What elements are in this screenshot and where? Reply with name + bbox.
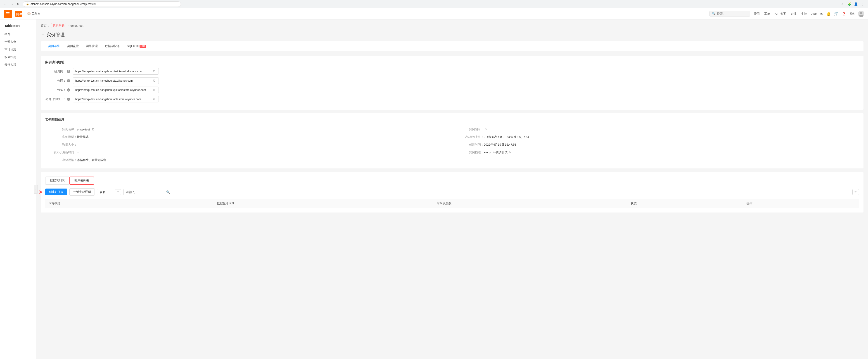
url-text: otsnext.console.aliyun.com/cn-hangzhou/e… xyxy=(31,2,96,6)
user-avatar[interactable] xyxy=(858,11,864,17)
public-network-help-icon[interactable]: ? xyxy=(67,79,70,82)
public-network-url: https://emqx-test.cn-hangzhou.ots.aliyun… xyxy=(75,79,152,82)
create-time-label: 创建时间： xyxy=(452,143,484,147)
app-layout: Tablestore 概览 全部实例 审计日志 权威指南 最佳实践 ‹ 首页 /… xyxy=(0,20,868,359)
nav-link-icp[interactable]: ICP 备案 xyxy=(775,12,786,16)
bell-icon[interactable]: 🔔 xyxy=(827,11,831,16)
breadcrumb-sep-2: / xyxy=(68,24,69,27)
breadcrumb-current-instance: emqx-test xyxy=(70,24,83,27)
filter-select[interactable]: 表名 xyxy=(97,189,115,195)
timeseries-table: 时序表名 数据生命周期 时间线总数 状态 操作 xyxy=(45,199,859,208)
instance-desc-row: 实例描述： emqx ots联调测试 ✎ xyxy=(452,149,859,156)
vpc-url-box: https://emqx-test.cn-hangzhou.vpc.tables… xyxy=(73,87,159,93)
cart-icon[interactable]: 🛒 xyxy=(834,11,839,16)
public-dual-url-box: https://emqx-test.cn-hangzhou.tablestore… xyxy=(73,96,159,102)
extension-icon[interactable]: 🧩 xyxy=(846,1,852,7)
table-size-update-value: -- xyxy=(77,151,79,154)
menu-icon[interactable]: ⋮ xyxy=(860,1,865,7)
instance-model-row: 实例模型： 按量模式 xyxy=(45,133,452,141)
create-timeseries-button[interactable]: 创建时序表 xyxy=(45,189,67,195)
aliyun-logo: 阿里云 xyxy=(16,11,22,17)
profile-icon[interactable]: 👤 xyxy=(853,1,859,7)
storage-spec-row: 存储规格： 存储弹性、容量无限制 xyxy=(45,156,452,164)
nav-link-ticket[interactable]: 工单 xyxy=(764,12,770,16)
table-header-row: 时序表名 数据生命周期 时间线总数 状态 操作 xyxy=(45,199,859,208)
sidebar-collapse-handle[interactable]: ‹ xyxy=(34,185,38,194)
instance-name-copy-button[interactable]: ⧉ xyxy=(91,128,95,131)
basic-info-card: 实例基础信息 实例名称： emqx-test ⧉ 实例模型： 按量模式 xyxy=(41,113,864,168)
workbench-label: 工作台 xyxy=(32,12,40,16)
sub-tab-timeseries-table[interactable]: 时序表列表 xyxy=(69,176,94,185)
breadcrumb-instance-list[interactable]: 实例列表 xyxy=(51,23,66,28)
vpc-help-icon[interactable]: ? xyxy=(67,88,70,92)
page-title: 实例管理 xyxy=(46,32,65,38)
public-dual-copy-button[interactable]: ⧉ xyxy=(152,97,156,101)
instance-alias-edit-icon[interactable]: ✎ xyxy=(485,128,488,131)
table-search-button[interactable]: 🔍 xyxy=(164,189,172,195)
bookmark-icon[interactable]: ☆ xyxy=(839,1,845,7)
create-time-value: 2022年4月19日 16:47:58 xyxy=(484,143,516,147)
classic-network-label: 经典网： ? xyxy=(45,69,70,73)
workbench-button[interactable]: 🏠 工作台 xyxy=(25,11,42,17)
table-search-input[interactable] xyxy=(124,189,164,195)
sidebar-item-guide[interactable]: 权威指南 xyxy=(0,53,36,61)
address-bar[interactable]: 🔒 otsnext.console.aliyun.com/cn-hangzhou… xyxy=(23,1,181,7)
instance-name-row: 实例名称： emqx-test ⧉ xyxy=(45,126,452,133)
access-address-card: 实例访问地址 经典网： ? https://emqx-test.cn-hangz… xyxy=(41,56,864,110)
sidebar-item-all-instances[interactable]: 全部实例 xyxy=(0,38,36,46)
forward-button[interactable]: → xyxy=(9,1,14,7)
filter-select-wrapper: 表名 ▼ xyxy=(97,189,121,195)
main-tabs: 实例详情 实例监控 网络管理 数据湖投递 SQL查询 HOT xyxy=(41,41,864,51)
nav-link-app[interactable]: App xyxy=(811,12,817,15)
sub-tab-data-table[interactable]: 数据表列表 xyxy=(45,176,69,185)
sub-tabs: 数据表列表 时序表列表 xyxy=(45,176,859,185)
back-arrow-button[interactable]: ← xyxy=(41,32,45,37)
hamburger-line-2 xyxy=(6,13,9,14)
table-size-update-label: 表大小更新时间： xyxy=(45,150,77,154)
language-button[interactable]: 简体 xyxy=(849,12,855,15)
sidebar-item-audit-log[interactable]: 审计日志 xyxy=(0,46,36,53)
col-table-name: 时序表名 xyxy=(45,199,213,208)
table-list-card: 数据表列表 时序表列表 ➤ 创建时序表 一键生成样例 表名 ▼ 🔍 ⟳ xyxy=(41,172,864,213)
public-dual-label: 公网（双线）： ? xyxy=(45,97,70,101)
top-nav-links: 费用 工单 ICP 备案 企业 支持 App xyxy=(754,12,817,16)
col-timeline-count: 时间线总数 xyxy=(433,199,627,208)
vpc-row: VPC： ? https://emqx-test.cn-hangzhou.vpc… xyxy=(45,87,859,93)
tab-sql-query[interactable]: SQL查询 HOT xyxy=(123,41,150,51)
search-box[interactable]: 🔍 xyxy=(710,11,750,17)
tab-instance-detail[interactable]: 实例详情 xyxy=(44,41,63,51)
classic-network-help-icon[interactable]: ? xyxy=(67,70,70,73)
generate-sample-button[interactable]: 一键生成样例 xyxy=(69,188,95,196)
public-dual-url: https://emqx-test.cn-hangzhou.tablestore… xyxy=(75,98,152,101)
instance-model-value: 按量模式 xyxy=(77,135,89,139)
vpc-url: https://emqx-test.cn-hangzhou.vpc.tables… xyxy=(75,88,152,92)
hamburger-button[interactable] xyxy=(4,10,12,18)
search-icon: 🔍 xyxy=(712,12,716,15)
public-network-row: 公网： ? https://emqx-test.cn-hangzhou.ots.… xyxy=(45,77,859,84)
nav-link-enterprise[interactable]: 企业 xyxy=(790,12,797,16)
tab-network[interactable]: 网络管理 xyxy=(82,41,101,51)
public-network-copy-button[interactable]: ⧉ xyxy=(152,79,156,83)
sidebar-item-best-practice[interactable]: 最佳实践 xyxy=(0,61,36,69)
classic-network-copy-button[interactable]: ⧉ xyxy=(152,69,156,73)
nav-link-support[interactable]: 支持 xyxy=(801,12,807,16)
search-input[interactable] xyxy=(717,12,748,15)
nav-link-cost[interactable]: 费用 xyxy=(754,12,760,16)
vpc-copy-button[interactable]: ⧉ xyxy=(152,88,156,92)
tab-instance-monitor[interactable]: 实例监控 xyxy=(63,41,82,51)
public-dual-help-icon[interactable]: ? xyxy=(67,98,70,101)
email-icon[interactable]: ✉ xyxy=(820,11,823,16)
refresh-button[interactable]: ↻ xyxy=(16,1,21,7)
back-button[interactable]: ← xyxy=(3,1,8,7)
top-nav-icons: ✉ 🔔 🛒 ❓ 简体 xyxy=(820,11,864,17)
sidebar: Tablestore 概览 全部实例 审计日志 权威指南 最佳实践 ‹ xyxy=(0,20,36,359)
sidebar-item-overview[interactable]: 概览 xyxy=(0,30,36,38)
refresh-button[interactable]: ⟳ xyxy=(852,189,859,195)
basic-info-grid: 实例名称： emqx-test ⧉ 实例模型： 按量模式 数据大小： -- xyxy=(45,126,859,164)
breadcrumb-home[interactable]: 首页 xyxy=(41,24,46,28)
top-nav: 阿里云 🏠 工作台 🔍 费用 工单 ICP 备案 企业 支持 App ✉ 🔔 🛒… xyxy=(0,8,868,20)
instance-desc-edit-icon[interactable]: ✎ xyxy=(509,151,512,154)
help-icon[interactable]: ❓ xyxy=(842,11,846,16)
tab-data-lake[interactable]: 数据湖投递 xyxy=(101,41,123,51)
hamburger-line-3 xyxy=(6,15,9,15)
